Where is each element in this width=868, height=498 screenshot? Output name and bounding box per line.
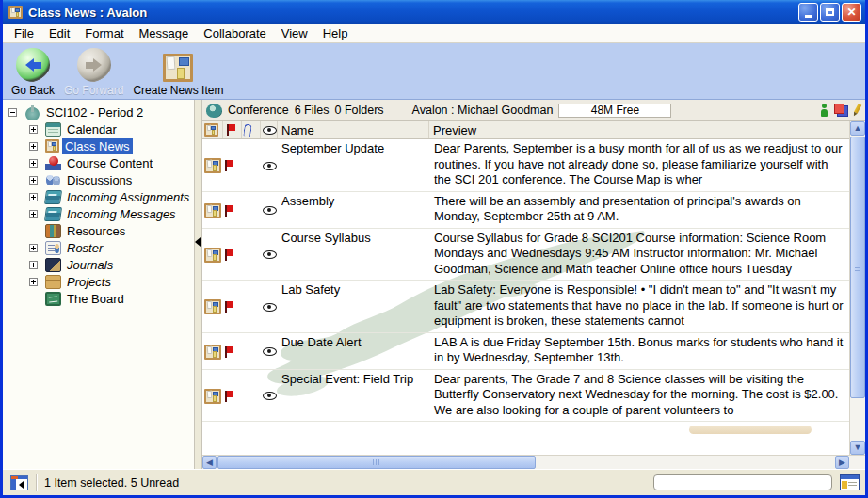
create-news-item-button[interactable]: Create News Item bbox=[130, 53, 226, 98]
expand-expander-icon[interactable] bbox=[29, 244, 38, 252]
bulletin-board-icon bbox=[45, 139, 59, 153]
news-item-name[interactable]: September Update bbox=[278, 139, 429, 191]
scroll-down-button[interactable]: ▼ bbox=[850, 441, 865, 455]
expand-expander-icon[interactable] bbox=[29, 193, 38, 201]
expand-expander-icon[interactable] bbox=[29, 176, 38, 185]
sidebar-item-roster[interactable]: Roster bbox=[3, 239, 194, 256]
vertical-scroll-thumb[interactable] bbox=[850, 137, 865, 398]
column-item-icon[interactable] bbox=[202, 121, 223, 138]
status-quick-search-input[interactable] bbox=[653, 474, 832, 490]
back-circle-arrow-icon bbox=[16, 48, 50, 82]
menu-collaborate[interactable]: Collaborate bbox=[196, 24, 274, 42]
storage-free-indicator: 48M Free bbox=[558, 104, 671, 118]
flag-icon[interactable] bbox=[223, 204, 234, 217]
expand-expander-icon[interactable] bbox=[29, 125, 38, 134]
vertical-scroll-track[interactable] bbox=[850, 399, 865, 441]
news-item-name[interactable]: Due Date Alert bbox=[278, 333, 429, 369]
toolbar: Go Back Go Forward Create News Item bbox=[3, 43, 865, 100]
news-row-course-syllabus[interactable]: Course SyllabusCourse Syllabus for Grade… bbox=[202, 229, 849, 281]
expand-expander-icon[interactable] bbox=[29, 210, 38, 218]
sidebar-item-course-content[interactable]: Course Content bbox=[3, 154, 194, 171]
sidebar-item-label: SCI102 - Period 2 bbox=[43, 104, 146, 120]
news-item-name[interactable]: Special Event: Field Trip bbox=[278, 370, 429, 422]
pencil-icon[interactable] bbox=[851, 103, 862, 118]
horizontal-scroll-track[interactable] bbox=[537, 456, 835, 469]
forward-circle-arrow-icon bbox=[77, 48, 111, 82]
minimize-button[interactable] bbox=[798, 3, 818, 22]
news-item-name[interactable]: Course Syllabus bbox=[278, 229, 429, 281]
sidebar-item-the-board[interactable]: The Board bbox=[3, 290, 194, 307]
sidebar-item-incoming-assignments[interactable]: Incoming Assignments bbox=[3, 188, 194, 205]
go-back-button[interactable]: Go Back bbox=[8, 47, 57, 98]
window-title: Class News : Avalon bbox=[28, 6, 796, 20]
news-row-september-update[interactable]: September UpdateDear Parents, September … bbox=[202, 139, 849, 192]
news-row-special-event-field-trip[interactable]: Special Event: Field TripDear parents, T… bbox=[202, 370, 849, 423]
column-read-state[interactable] bbox=[261, 121, 278, 138]
person-icon[interactable] bbox=[820, 104, 828, 117]
news-row-lab-safety[interactable]: Lab SafetyLab Safety: Everyone is Respon… bbox=[202, 281, 849, 333]
unread-eye-icon[interactable] bbox=[263, 250, 277, 259]
sidebar-item-class-news[interactable]: Class News bbox=[3, 137, 194, 154]
maximize-button[interactable] bbox=[820, 3, 840, 22]
horizontal-scrollbar[interactable]: ◀ ▶ bbox=[202, 455, 849, 469]
conference-files-count: 6 Files bbox=[295, 104, 330, 117]
news-item-name[interactable]: Lab Safety bbox=[278, 281, 429, 332]
scroll-up-button[interactable]: ▲ bbox=[850, 121, 865, 136]
go-back-label: Go Back bbox=[11, 84, 55, 97]
apple-books-icon bbox=[45, 156, 61, 170]
news-row-assembly[interactable]: AssemblyThere will be an assembly and pr… bbox=[202, 192, 849, 229]
menu-help[interactable]: Help bbox=[315, 24, 356, 42]
collapse-sidebar-icon[interactable] bbox=[195, 237, 201, 247]
scrollbar-corner bbox=[849, 455, 865, 469]
sidebar-item-discussions[interactable]: Discussions bbox=[3, 171, 194, 188]
menu-format[interactable]: Format bbox=[77, 24, 131, 42]
expand-expander-icon[interactable] bbox=[29, 278, 38, 286]
sidebar-splitter[interactable] bbox=[195, 100, 202, 469]
flag-icon[interactable] bbox=[223, 390, 234, 403]
projects-icon bbox=[45, 275, 61, 289]
expand-expander-icon[interactable] bbox=[29, 142, 38, 151]
collapse-expander-icon[interactable] bbox=[8, 108, 17, 117]
column-name[interactable]: Name bbox=[278, 121, 429, 138]
sidebar-item-calendar[interactable]: Calendar bbox=[3, 120, 194, 137]
menu-message[interactable]: Message bbox=[132, 24, 197, 42]
panel-toggle-icon[interactable] bbox=[10, 475, 28, 490]
unread-eye-icon[interactable] bbox=[263, 303, 277, 312]
menu-view[interactable]: View bbox=[274, 24, 315, 42]
news-item-name[interactable]: Assembly bbox=[278, 192, 429, 228]
horizontal-scroll-thumb[interactable] bbox=[217, 456, 536, 469]
unread-eye-icon[interactable] bbox=[263, 162, 277, 170]
title-bar: Class News : Avalon ✕ bbox=[3, 0, 865, 24]
flag-icon[interactable] bbox=[223, 249, 234, 262]
flag-icon[interactable] bbox=[223, 300, 234, 313]
menu-edit[interactable]: Edit bbox=[41, 24, 77, 42]
sidebar-item-sci102-period-2[interactable]: SCI102 - Period 2 bbox=[3, 104, 194, 120]
unread-eye-icon[interactable] bbox=[263, 206, 277, 215]
main-area: SCI102 - Period 2CalendarClass NewsCours… bbox=[3, 100, 865, 469]
sidebar-item-label: Journals bbox=[64, 257, 116, 273]
scroll-left-button[interactable]: ◀ bbox=[202, 456, 217, 469]
vertical-scrollbar[interactable]: ▲ ▼ bbox=[849, 121, 865, 455]
status-separator bbox=[36, 474, 37, 491]
column-attachment[interactable] bbox=[242, 121, 261, 138]
menu-file[interactable]: File bbox=[7, 24, 41, 42]
column-preview[interactable]: Preview bbox=[429, 121, 849, 138]
sidebar-item-incoming-messages[interactable]: Incoming Messages bbox=[3, 205, 194, 222]
sidebar-item-journals[interactable]: Journals bbox=[3, 256, 194, 273]
sidebar-item-resources[interactable]: Resources bbox=[3, 222, 194, 239]
overlapping-squares-icon[interactable] bbox=[834, 104, 848, 117]
close-button[interactable]: ✕ bbox=[842, 3, 861, 22]
scroll-right-button[interactable]: ▶ bbox=[835, 456, 849, 469]
window-layout-icon[interactable] bbox=[840, 474, 860, 490]
flag-icon[interactable] bbox=[223, 345, 234, 359]
column-flag[interactable] bbox=[223, 121, 242, 138]
sidebar-item-label: Roster bbox=[64, 240, 105, 256]
unread-eye-icon[interactable] bbox=[263, 392, 277, 400]
news-row-due-date-alert[interactable]: Due Date AlertLAB A is due Friday Septem… bbox=[202, 333, 849, 370]
unread-eye-icon[interactable] bbox=[263, 347, 277, 356]
flag-icon[interactable] bbox=[223, 159, 234, 172]
sidebar-item-projects[interactable]: Projects bbox=[3, 273, 194, 290]
expand-expander-icon[interactable] bbox=[29, 159, 38, 168]
expand-expander-icon[interactable] bbox=[29, 261, 38, 269]
news-item-list: September UpdateDear Parents, September … bbox=[202, 139, 849, 455]
